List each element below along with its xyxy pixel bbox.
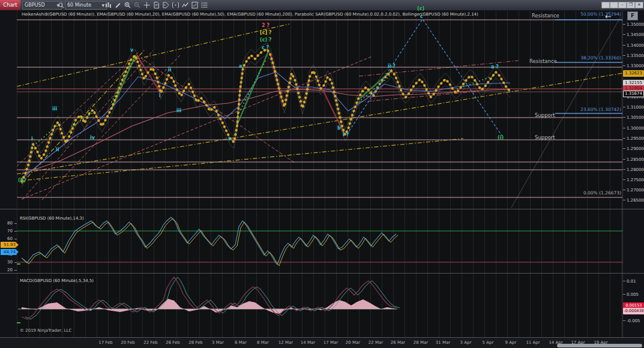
- price-tick-mark: [623, 34, 625, 35]
- time-axis-label: 20 Feb: [118, 340, 138, 345]
- time-axis-label: 28 Mar: [411, 340, 431, 345]
- time-axis-label: 17 Apr: [568, 340, 588, 345]
- price-tick-label: 1.35000: [627, 22, 644, 27]
- price-tick-label: 1.34500: [627, 32, 644, 37]
- price-tick-label: 1.28500: [627, 157, 644, 162]
- rsi-tick-mark: [14, 239, 17, 239]
- price-tick-label: 1.33500: [627, 53, 644, 58]
- price-tick-mark: [623, 117, 625, 118]
- price-tick-mark: [623, 138, 625, 139]
- price-tick-mark: [623, 190, 625, 190]
- macd-tick-label: 0.005: [627, 292, 639, 297]
- price-tick-label: 1.34000: [627, 43, 644, 48]
- price-tick-mark: [623, 148, 625, 149]
- time-axis-label: 12 Mar: [275, 340, 296, 345]
- time-axis-label: 19 Apr: [591, 340, 611, 345]
- price-tick-mark: [623, 159, 625, 160]
- time-axis-label: 6 Mar: [230, 340, 251, 345]
- fixed-scale-button[interactable]: F: [627, 11, 638, 20]
- price-tick-mark: [623, 128, 625, 128]
- time-axis-label: 11 Apr: [523, 340, 543, 345]
- price-tick-label: 1.30000: [627, 126, 644, 131]
- rsi-tick-mark: [14, 262, 17, 263]
- price-tick-mark: [623, 55, 625, 56]
- time-axis-label: 26 Mar: [388, 340, 408, 345]
- price-tick-mark: [623, 169, 625, 170]
- price-tick-label: 1.33000: [627, 64, 644, 68]
- macd-value-marker: -0.000438: [623, 308, 644, 314]
- price-tick-mark: [623, 179, 625, 180]
- rsi-tick-label: 20: [1, 268, 13, 272]
- price-tick-mark: [623, 45, 625, 46]
- macd-tick-mark: [623, 281, 625, 281]
- time-axis-label: 31 Mar: [433, 340, 453, 345]
- rsi-tick-mark: [14, 270, 17, 271]
- price-marker: 1.31674: [623, 91, 644, 97]
- time-axis-label: 8 Mar: [253, 340, 273, 345]
- time-axis-label: 17 Feb: [95, 340, 116, 345]
- chart-overlay: [0, 0, 644, 348]
- price-marker: 1.32623: [623, 70, 644, 77]
- rsi-tick-label: 80: [1, 221, 13, 226]
- price-tick-label: 1.29000: [627, 146, 644, 151]
- rsi-tick-label: 60: [1, 236, 13, 241]
- time-axis-label: 5 Apr: [478, 340, 498, 345]
- panel-divider[interactable]: [0, 209, 644, 209]
- time-axis-label: 22 Mar: [366, 340, 386, 345]
- time-axis-label: 28 Feb: [185, 340, 206, 345]
- price-tick-mark: [623, 107, 625, 107]
- price-tick-mark: [623, 24, 625, 25]
- time-axis-label: 14 Mar: [298, 340, 318, 345]
- price-tick-label: 1.31000: [627, 105, 644, 110]
- rsi-tick-label: 30: [1, 260, 13, 265]
- macd-tick-label: 0.01: [627, 279, 636, 284]
- rsi-value-marker: 44.74: [1, 249, 19, 255]
- time-axis-label: 3 Mar: [208, 340, 228, 345]
- time-axis-label: 9 Apr: [501, 340, 521, 345]
- macd-tick-mark: [623, 320, 625, 321]
- rsi-tick-mark: [14, 231, 17, 232]
- rsi-tick-mark: [14, 223, 17, 224]
- macd-tick-mark: [623, 294, 625, 295]
- price-tick-label: 1.28000: [627, 167, 644, 172]
- panel-divider[interactable]: [0, 273, 644, 274]
- rsi-value-marker: 51.93: [1, 242, 19, 248]
- time-axis-label: 17 Mar: [320, 340, 341, 345]
- time-axis-label: 14 Apr: [546, 340, 566, 345]
- time-axis-label: 3 Apr: [456, 340, 476, 345]
- price-tick-label: 1.27500: [627, 178, 644, 182]
- price-tick-label: 1.29500: [627, 136, 644, 141]
- price-tick-label: 1.26500: [627, 198, 644, 203]
- time-axis-label: 20 Mar: [343, 340, 363, 345]
- macd-tick-label: -0.005: [627, 319, 640, 323]
- price-tick-label: 1.27000: [627, 188, 644, 193]
- price-tick-mark: [623, 65, 625, 66]
- price-tick-label: 1.30500: [627, 115, 644, 120]
- chart-window: Chart GBPUSD ▼ 60 Minute ▼ –❐✕: [0, 0, 644, 348]
- price-tick-mark: [623, 200, 625, 200]
- time-axis-label: 26 Feb: [163, 340, 183, 345]
- time-axis-label: 22 Feb: [140, 340, 161, 345]
- rsi-tick-label: 70: [1, 229, 13, 233]
